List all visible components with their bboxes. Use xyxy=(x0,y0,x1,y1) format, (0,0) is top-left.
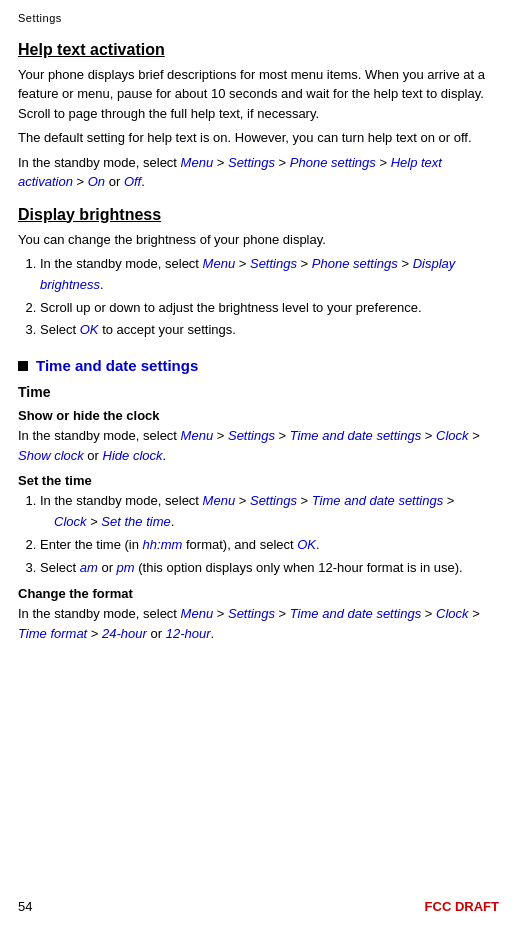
cf-clock: Clock xyxy=(436,606,469,621)
step1-gt2: > xyxy=(297,256,312,271)
help-text-or: or xyxy=(105,174,124,189)
step-2: Scroll up or down to adjust the brightne… xyxy=(40,298,499,319)
change-format-para: In the standby mode, select Menu > Setti… xyxy=(18,604,499,643)
st3-am: am xyxy=(80,560,98,575)
cf-settings: Settings xyxy=(228,606,275,621)
set-time-step2: Enter the time (in hh:mm format), and se… xyxy=(40,535,499,556)
cf-prefix: In the standby mode, select xyxy=(18,606,181,621)
change-format-title: Change the format xyxy=(18,586,499,601)
cf-gt5: > xyxy=(87,626,102,641)
cf-gt3: > xyxy=(421,606,436,621)
shc-show-clock: Show clock xyxy=(18,448,84,463)
footer-page-number: 54 xyxy=(18,899,32,914)
help-text-phone-settings: Phone settings xyxy=(290,155,376,170)
step1-gt1: > xyxy=(235,256,250,271)
help-text-menu: Menu xyxy=(181,155,214,170)
st3-prefix: Select xyxy=(40,560,80,575)
step1-suffix: . xyxy=(100,277,104,292)
shc-suffix: . xyxy=(163,448,167,463)
cf-gt2: > xyxy=(275,606,290,621)
shc-gt3: > xyxy=(421,428,436,443)
shc-gt1: > xyxy=(213,428,228,443)
help-text-settings: Settings xyxy=(228,155,275,170)
st1-gt1: > xyxy=(235,493,250,508)
display-brightness-steps: In the standby mode, select Menu > Setti… xyxy=(40,254,499,341)
help-text-para3: In the standby mode, select Menu > Setti… xyxy=(18,153,499,192)
cf-time-date: Time and date settings xyxy=(290,606,421,621)
st2-hhmm: hh:mm xyxy=(143,537,183,552)
time-date-section-heading: Time and date settings xyxy=(18,357,499,374)
set-time-step1: In the standby mode, select Menu > Setti… xyxy=(40,491,499,533)
help-text-para2: The default setting for help text is on.… xyxy=(18,128,499,148)
st1-clock: Clock xyxy=(54,514,87,529)
shc-clock: Clock xyxy=(436,428,469,443)
cf-or: or xyxy=(147,626,166,641)
set-time-title: Set the time xyxy=(18,473,499,488)
step-3: Select OK to accept your settings. xyxy=(40,320,499,341)
shc-or: or xyxy=(84,448,103,463)
help-text-gt3: > xyxy=(376,155,391,170)
cf-suffix: . xyxy=(210,626,214,641)
shc-time-date: Time and date settings xyxy=(290,428,421,443)
help-text-title: Help text activation xyxy=(18,41,499,59)
st2-middle: format), and select xyxy=(182,537,297,552)
cf-24hour: 24-hour xyxy=(102,626,147,641)
cf-menu: Menu xyxy=(181,606,214,621)
st1-set-the-time: Set the time xyxy=(101,514,170,529)
time-date-heading: Time and date settings xyxy=(36,357,198,374)
help-text-gt1: > xyxy=(213,155,228,170)
page-header: Settings xyxy=(18,10,499,27)
help-text-on: On xyxy=(88,174,105,189)
help-text-para3-prefix: In the standby mode, select xyxy=(18,155,181,170)
help-text-gt2: > xyxy=(275,155,290,170)
step3-suffix: to accept your settings. xyxy=(99,322,236,337)
shc-gt4: > xyxy=(469,428,480,443)
set-time-step3: Select am or pm (this option displays on… xyxy=(40,558,499,579)
shc-gt2: > xyxy=(275,428,290,443)
step1-settings: Settings xyxy=(250,256,297,271)
help-text-para1: Your phone displays brief descriptions f… xyxy=(18,65,499,124)
step3-ok: OK xyxy=(80,322,99,337)
st1-prefix: In the standby mode, select xyxy=(40,493,203,508)
display-brightness-intro: You can change the brightness of your ph… xyxy=(18,230,499,250)
st1-settings: Settings xyxy=(250,493,297,508)
time-heading: Time xyxy=(18,384,499,400)
help-text-off: Off xyxy=(124,174,141,189)
st3-suffix: (this option displays only when 12-hour … xyxy=(135,560,463,575)
set-time-steps: In the standby mode, select Menu > Setti… xyxy=(40,491,499,578)
st1-suffix: . xyxy=(171,514,175,529)
section-square-icon xyxy=(18,361,28,371)
cf-gt1: > xyxy=(213,606,228,621)
shc-menu: Menu xyxy=(181,428,214,443)
step1-menu: Menu xyxy=(203,256,236,271)
help-text-end: . xyxy=(141,174,145,189)
step1-phone: Phone settings xyxy=(312,256,398,271)
st1-gt2: > xyxy=(297,493,312,508)
st1-gt4: > xyxy=(87,514,102,529)
shc-prefix: In the standby mode, select xyxy=(18,428,181,443)
show-hide-clock-title: Show or hide the clock xyxy=(18,408,499,423)
page-footer: 54 FCC DRAFT xyxy=(0,899,517,914)
st3-pm: pm xyxy=(117,560,135,575)
help-text-gt4: > xyxy=(73,174,88,189)
step3-prefix: Select xyxy=(40,322,80,337)
st1-gt3: > xyxy=(443,493,454,508)
footer-draft-label: FCC DRAFT xyxy=(425,899,499,914)
shc-hide-clock: Hide clock xyxy=(103,448,163,463)
step-1: In the standby mode, select Menu > Setti… xyxy=(40,254,499,296)
show-hide-clock-para: In the standby mode, select Menu > Setti… xyxy=(18,426,499,465)
shc-settings: Settings xyxy=(228,428,275,443)
st2-suffix: . xyxy=(316,537,320,552)
cf-12hour: 12-hour xyxy=(166,626,211,641)
step1-prefix: In the standby mode, select xyxy=(40,256,203,271)
cf-gt4: > xyxy=(469,606,480,621)
st1-time-date: Time and date settings xyxy=(312,493,443,508)
st3-or: or xyxy=(98,560,117,575)
st1-menu: Menu xyxy=(203,493,236,508)
cf-time-format: Time format xyxy=(18,626,87,641)
st2-ok: OK xyxy=(297,537,316,552)
step1-gt3: > xyxy=(398,256,413,271)
st2-prefix: Enter the time (in xyxy=(40,537,143,552)
display-brightness-title: Display brightness xyxy=(18,206,499,224)
